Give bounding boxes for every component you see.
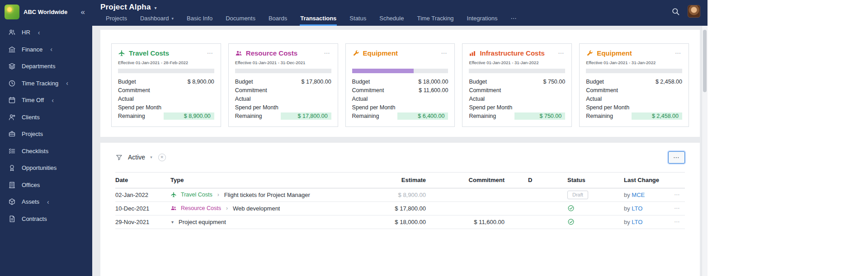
sidebar-item-assets[interactable]: Assets ‹ [0,193,92,211]
sidebar-item-hr[interactable]: HR ‹ [0,24,92,41]
transaction-type-link[interactable]: Resource Costs [181,205,221,211]
remaining-value: $ 2,458.00 [632,112,682,120]
card-more-icon[interactable]: ⋯ [323,50,331,56]
sidebar-item-label: Time Off [22,97,44,103]
sidebar-item-contracts[interactable]: Contracts [0,211,92,228]
budget-card-title[interactable]: Resource Costs [246,49,320,57]
status-approved-icon [567,218,624,225]
expand-caret-down-icon[interactable]: ▾ [170,220,175,225]
budget-card-title[interactable]: Equipment [597,49,670,57]
sidebar-item-opportunities[interactable]: Opportunities [0,159,92,177]
sidebar-item-departments[interactable]: Departments [0,58,92,75]
column-header-estimate[interactable]: Estimate [365,177,426,183]
sidebar-item-offices[interactable]: Offices [0,177,92,194]
table-row[interactable]: 10-Dec-2021 Resource Costs › Web develop… [115,202,685,215]
sidebar-item-label: Checklists [22,148,48,154]
sidebar-item-label: Finance [22,46,42,53]
user-link[interactable]: LTO [632,205,642,212]
card-more-icon[interactable]: ⋯ [206,50,214,56]
budget-progress-fill [352,69,414,73]
sidebar: ABC Worldwide « HR ‹ Finance ‹ Departmen… [0,0,92,276]
sidebar-item-time-off[interactable]: Time Off ‹ [0,92,92,109]
column-header-date[interactable]: Date [115,177,170,183]
briefcase-icon [8,130,16,138]
sun-logo-icon [7,7,12,12]
row-more-icon[interactable]: ⋯ [669,192,685,198]
sidebar-item-label: Time Tracking [22,80,58,87]
filter-value[interactable]: Active [128,154,145,161]
commitment-value: $ 11,600.00 [419,87,448,94]
budget-progress-bar [118,69,214,73]
budget-value: $ 8,900.00 [188,79,214,85]
column-header-last-change[interactable]: Last Change [624,177,669,183]
budget-value: $ 18,000.00 [418,79,448,85]
sidebar-item-label: Assets [22,198,39,205]
sidebar-item-clients[interactable]: Clients [0,109,92,126]
tab-time-tracking[interactable]: Time Tracking [416,13,454,26]
tab-dashboard[interactable]: Dashboard▾ [140,13,174,26]
sidebar-item-finance[interactable]: Finance ‹ [0,41,92,58]
remaining-label: Remaining [235,113,262,119]
effective-dates: Effective 01-Jan-2021 - 31-Dec-2021 [235,60,331,65]
tab-status[interactable]: Status [349,13,367,26]
column-header-status[interactable]: Status [567,177,624,183]
budget-label: Budget [586,79,604,85]
tab-basic-info[interactable]: Basic Info [186,13,213,26]
avatar[interactable] [688,5,700,18]
medal-icon [8,164,16,172]
transaction-type-link[interactable]: Travel Costs [181,192,212,198]
budget-card-title[interactable]: Travel Costs [129,49,203,57]
column-header-d[interactable]: D [505,177,567,183]
sidebar-item-projects[interactable]: Projects [0,126,92,143]
cell-estimate: $ 18,000.00 [365,219,426,225]
actual-label: Actual [469,96,485,102]
budget-card-title[interactable]: Equipment [363,49,437,57]
sidebar-nav: HR ‹ Finance ‹ Departments Time Tracking… [0,24,92,227]
submenu-chevron-icon: ‹ [66,80,68,86]
card-more-icon[interactable]: ⋯ [674,50,682,56]
column-header-type[interactable]: Type [170,177,365,183]
document-icon [8,215,16,223]
table-row[interactable]: 02-Jan-2022 Travel Costs › Flight ticket… [115,188,685,202]
scrollbar-thumb[interactable] [703,30,707,92]
sidebar-item-time-tracking[interactable]: Time Tracking ‹ [0,75,92,92]
sidebar-collapse-icon[interactable]: « [79,7,87,17]
cell-last-change: by MCE [624,192,669,198]
tab-schedule[interactable]: Schedule [379,13,404,26]
remaining-label: Remaining [469,113,496,119]
filter-clear-icon[interactable]: ✕ [158,154,166,161]
project-title-dropdown[interactable]: Project Alpha ▾ [100,3,700,12]
card-more-icon[interactable]: ⋯ [557,50,565,56]
status-badge: Draft [567,191,588,199]
column-header-commitment[interactable]: Commitment [426,177,505,183]
budget-label: Budget [235,79,253,85]
tab-overflow-more-icon[interactable]: ⋯ [510,13,517,26]
tab-transactions[interactable]: Transactions [300,13,337,26]
tab-projects[interactable]: Projects [105,13,127,26]
budget-card-equipment-2: Equipment ⋯ Effective 01-Jan-2021 - 31-J… [579,43,689,127]
table-row[interactable]: 29-Nov-2021 ▾ Project equipment $ 18,000… [115,215,685,229]
plane-icon [118,50,125,57]
row-more-icon[interactable]: ⋯ [669,205,685,211]
tab-boards[interactable]: Boards [268,13,288,26]
user-link[interactable]: LTO [632,219,642,225]
budget-value: $ 2,458.00 [656,79,682,85]
vertical-scrollbar[interactable] [702,26,708,276]
search-icon[interactable] [671,7,680,16]
table-more-button[interactable]: ⋯ [668,151,685,164]
status-approved-icon [567,205,624,212]
effective-dates: Effective 01-Jan-2021 - 31-Jan-2022 [586,60,682,65]
caret-down-icon[interactable]: ▾ [150,155,152,159]
submenu-chevron-icon: ‹ [50,46,52,52]
row-more-icon[interactable]: ⋯ [669,219,685,225]
budget-card-title[interactable]: Infrastructure Costs [480,49,553,57]
user-link[interactable]: MCE [632,192,645,198]
tab-documents[interactable]: Documents [225,13,256,26]
checklist-icon [8,147,16,155]
sidebar-item-checklists[interactable]: Checklists [0,143,92,160]
company-selector[interactable]: ABC Worldwide « [0,0,92,23]
effective-dates [352,60,448,65]
commitment-label: Commitment [235,87,267,94]
card-more-icon[interactable]: ⋯ [440,50,448,56]
tab-integrations[interactable]: Integrations [467,13,498,26]
